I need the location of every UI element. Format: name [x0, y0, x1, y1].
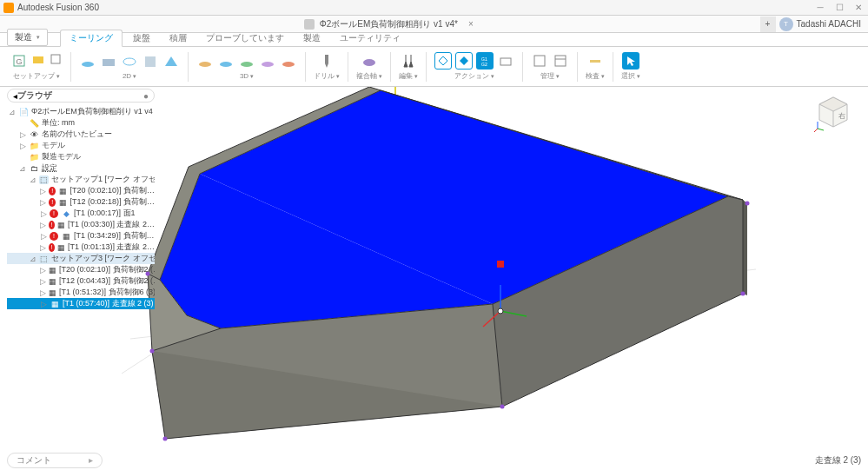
window-close[interactable]: ✕	[852, 3, 865, 13]
action-icon-4[interactable]	[497, 52, 514, 70]
tree-op[interactable]: ▷▦[T12 (0:04:43)] 負荷制御2 (…	[7, 275, 155, 287]
select-icon[interactable]	[622, 52, 639, 70]
svg-point-41	[498, 308, 503, 314]
2d-icon-3[interactable]	[121, 53, 138, 70]
doc-close[interactable]: ×	[468, 19, 474, 29]
3d-label[interactable]: 3D	[240, 72, 254, 80]
svg-rect-5	[103, 59, 115, 66]
tree-op[interactable]: ▷!▦[T1 (0:34:29)] 負荷制…	[7, 230, 155, 242]
tree-op[interactable]: ▷!▦[T1 (0:03:30)] 走査線 2…	[7, 219, 155, 230]
doc-icon	[304, 19, 315, 30]
2d-icon-5[interactable]	[162, 53, 180, 70]
tree-mfg-models[interactable]: 📁製造モデル	[7, 151, 155, 162]
comment-bar[interactable]: コメント ▸	[7, 453, 103, 468]
svg-point-47	[150, 349, 155, 354]
ribbon-group-drill: ドリル	[308, 52, 345, 81]
multiaxis-icon[interactable]	[361, 52, 378, 70]
2d-icon-4[interactable]	[142, 53, 159, 70]
setup-icon[interactable]: G	[10, 52, 28, 70]
actions-label[interactable]: アクション	[454, 71, 494, 81]
username[interactable]: Tadashi ADACHI	[797, 19, 861, 29]
tree-setup3[interactable]: ⊿⬚セットアップ3 [ワーク オフセット →…⊕	[7, 253, 155, 264]
3d-icon-1[interactable]	[196, 53, 214, 70]
setup-label[interactable]: セットアップ	[13, 71, 60, 81]
workspace-selector[interactable]: 製造	[7, 29, 48, 46]
ribbon-group-edit: 編集	[394, 52, 423, 81]
svg-point-43	[163, 437, 168, 441]
edit-label[interactable]: 編集	[399, 71, 418, 81]
browser-pin-icon[interactable]: ●	[143, 91, 149, 101]
app-icon	[3, 3, 14, 13]
setup-folder-icon[interactable]	[31, 52, 45, 66]
ribbon-group-2d: 2D	[74, 53, 185, 80]
manage-label[interactable]: 管理	[540, 71, 560, 81]
svg-rect-13	[325, 55, 328, 63]
action-icon-3[interactable]: G1G2	[476, 52, 494, 70]
manage-icon-2[interactable]	[552, 52, 569, 70]
3d-icon-4[interactable]	[259, 53, 276, 70]
svg-point-45	[741, 292, 745, 296]
ribbon-group-setup: G セットアップ	[5, 52, 68, 81]
3d-icon-2[interactable]	[217, 53, 235, 70]
ribbon-group-multiaxis: 複合軸	[351, 52, 388, 81]
svg-text:G2: G2	[481, 62, 487, 67]
inspect-label[interactable]: 検査	[586, 71, 605, 81]
tree-named-views[interactable]: ▷👁名前の付いたビュー	[7, 129, 155, 140]
tree-root[interactable]: ⊿📄Φ2ボールEM負荷制御粗削り v1 v4	[7, 106, 155, 117]
tree-setups[interactable]: ⊿🗀設定	[7, 162, 155, 174]
profile-icon[interactable]: T	[779, 17, 793, 31]
tab-fabrication[interactable]: 製造	[295, 30, 329, 46]
tree-models[interactable]: ▷📁モデル	[7, 140, 155, 151]
svg-rect-2	[33, 56, 43, 63]
tab-turning[interactable]: 旋盤	[124, 30, 159, 46]
menu-tabs: 製造 ミーリング 旋盤 積層 プローブしています 製造 ユーティリティ	[0, 33, 868, 47]
tree-op[interactable]: ▷▦[T20 (0:02:10)] 負荷制御2 (…	[7, 264, 155, 275]
svg-text:右: 右	[838, 112, 845, 120]
tree-op[interactable]: ▷!▦[T1 (0:01:13)] 走査線 2…	[7, 242, 155, 253]
drill-label[interactable]: ドリル	[314, 71, 340, 81]
tab-additive[interactable]: 積層	[161, 30, 195, 46]
ribbon-group-select: 選択	[616, 52, 646, 81]
svg-point-46	[745, 202, 750, 206]
tree-op[interactable]: ▷!▦[T12 (0:02:18)] 負荷制…	[7, 196, 155, 208]
svg-text:G: G	[16, 57, 22, 66]
3d-icon-5[interactable]	[280, 53, 297, 70]
window-maximize[interactable]: ☐	[833, 3, 845, 13]
window-minimize[interactable]: ─	[814, 3, 826, 13]
tree-setup1[interactable]: ⊿⬚セットアップ1 [ワーク オフセット →既…	[7, 174, 155, 185]
doc-title: Φ2ボールEM負荷制御粗削り v1 v4*	[320, 18, 458, 30]
2d-icon-1[interactable]	[79, 53, 96, 70]
tab-utilities[interactable]: ユーティリティ	[331, 30, 409, 46]
svg-point-4	[82, 62, 94, 67]
svg-point-11	[262, 62, 274, 67]
tree-op-selected[interactable]: ▷▦[T1 (0:57:40)] 走査線 2 (3)	[7, 298, 155, 309]
titlebar: Autodesk Fusion 360 ─ ☐ ✕	[0, 0, 868, 16]
tree-op[interactable]: ▷!◆[T1 (0:00:17)] 面1	[7, 208, 155, 219]
select-label[interactable]: 選択	[621, 71, 640, 81]
svg-point-44	[500, 405, 505, 409]
drill-icon[interactable]	[318, 52, 335, 70]
svg-rect-17	[500, 58, 511, 65]
status-text: 走査線 2 (3)	[815, 454, 861, 467]
3d-icon-3[interactable]	[238, 53, 255, 70]
tree-op[interactable]: ▷!▦[T20 (0:02:10)] 負荷制…	[7, 185, 155, 196]
manage-icon-1[interactable]	[531, 52, 548, 70]
action-icon-1[interactable]	[434, 52, 452, 70]
tab-probing[interactable]: プローブしています	[197, 30, 293, 46]
multiaxis-label[interactable]: 複合軸	[356, 71, 382, 81]
viewcube[interactable]: 右	[814, 94, 852, 132]
setup-clip-icon[interactable]	[49, 52, 63, 66]
action-icon-2[interactable]	[455, 52, 473, 70]
inspect-icon[interactable]	[586, 52, 604, 70]
browser-header[interactable]: ◂ ブラウザ ●	[7, 89, 155, 103]
tree-units[interactable]: 📏単位: mm	[7, 117, 155, 129]
ribbon-group-3d: 3D	[191, 53, 302, 80]
svg-rect-42	[497, 261, 504, 268]
2d-label[interactable]: 2D	[123, 72, 136, 80]
svg-point-14	[363, 59, 375, 66]
2d-icon-2[interactable]	[100, 53, 117, 70]
doc-new-tab[interactable]: +	[760, 17, 776, 32]
edit-icon[interactable]	[400, 52, 417, 70]
tab-milling[interactable]: ミーリング	[60, 30, 123, 47]
tree-op[interactable]: ▷▦[T1 (0:51:32)] 負荷制御6 (3)	[7, 287, 155, 298]
